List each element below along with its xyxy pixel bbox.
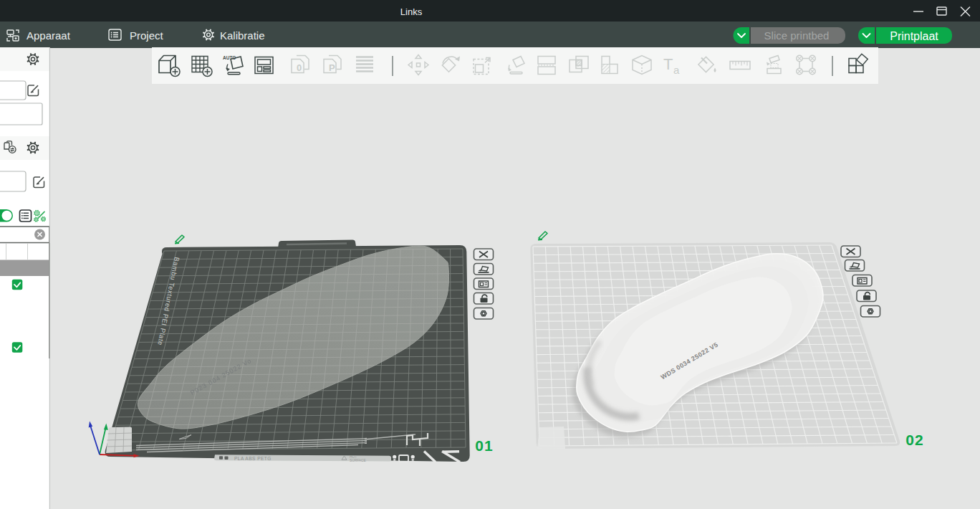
- svg-text:Apparaat: Apparaat: [27, 29, 71, 42]
- svg-text:Slice printbed: Slice printbed: [764, 29, 830, 42]
- svg-text:AUTO: AUTO: [223, 55, 236, 60]
- svg-text:P: P: [329, 62, 335, 73]
- svg-text:T: T: [663, 55, 673, 73]
- svg-text:01: 01: [475, 437, 493, 454]
- svg-text:Printplaat: Printplaat: [890, 30, 938, 42]
- svg-text:Links: Links: [400, 6, 423, 17]
- svg-text:Kalibratie: Kalibratie: [220, 29, 265, 42]
- svg-text:0: 0: [297, 62, 302, 73]
- svg-text:PLA ABS PETG: PLA ABS PETG: [234, 456, 272, 461]
- svg-text:02: 02: [905, 432, 923, 448]
- svg-text:Project: Project: [130, 29, 164, 42]
- svg-text:SURFACE: SURFACE: [350, 459, 366, 462]
- svg-text:a: a: [673, 64, 680, 76]
